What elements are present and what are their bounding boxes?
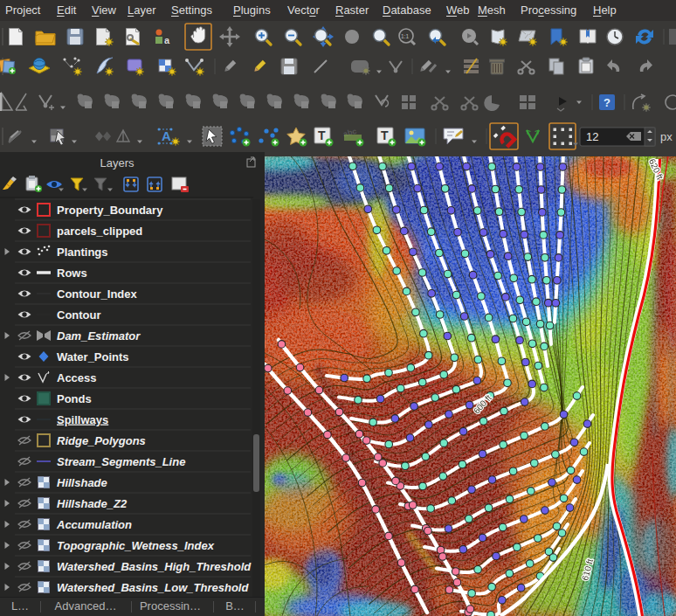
svg-text:1:1: 1:1 xyxy=(401,33,409,39)
svg-text:Topographic_Wetness_Index: Topographic_Wetness_Index xyxy=(57,539,215,552)
svg-text:Rows: Rows xyxy=(57,266,87,280)
svg-text:px: px xyxy=(660,130,673,143)
svg-text:Ponds: Ponds xyxy=(57,392,92,405)
svg-text:Hillshade_Z2: Hillshade_Z2 xyxy=(57,497,128,510)
svg-text:A: A xyxy=(162,128,171,143)
svg-text:Access: Access xyxy=(57,371,97,384)
svg-text:Property_Boundary: Property_Boundary xyxy=(57,204,163,217)
svg-text:Watershed_Basins_Low_Threshold: Watershed_Basins_Low_Threshold xyxy=(57,581,249,594)
svg-text:Plantings: Plantings xyxy=(57,246,108,259)
svg-text:Spillways: Spillways xyxy=(57,413,108,426)
svg-text:Dam_Estimator: Dam_Estimator xyxy=(57,329,141,343)
svg-text:Contour_Index: Contour_Index xyxy=(57,287,137,301)
svg-text:T: T xyxy=(318,128,326,142)
svg-text:a: a xyxy=(164,35,170,45)
svg-text:Watershed_Basins_High_Threshol: Watershed_Basins_High_Threshold xyxy=(57,560,252,573)
svg-text:12: 12 xyxy=(586,130,598,143)
svg-text:parcels_clipped: parcels_clipped xyxy=(57,225,142,238)
svg-text:Hillshade: Hillshade xyxy=(57,476,107,489)
svg-text:Ridge_Polygons: Ridge_Polygons xyxy=(57,434,146,447)
svg-text:Stream_Segments_Line: Stream_Segments_Line xyxy=(57,455,185,468)
svg-text:Contour: Contour xyxy=(57,308,101,322)
svg-text:?: ? xyxy=(604,96,610,109)
svg-text:T: T xyxy=(381,128,389,142)
svg-text:Accumulation: Accumulation xyxy=(56,518,132,531)
svg-text:Water_Points: Water_Points xyxy=(57,350,129,363)
